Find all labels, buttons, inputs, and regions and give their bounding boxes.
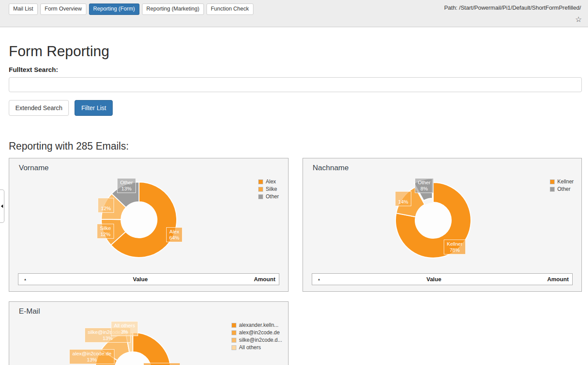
slice-label-box: Alex64% bbox=[166, 227, 182, 242]
table-header-value[interactable]: Value bbox=[27, 276, 254, 283]
slice-label-box: alex@in2code.de13% bbox=[69, 349, 114, 364]
legend-swatch-icon bbox=[232, 338, 236, 343]
slice-label-percent: 8% bbox=[418, 186, 431, 192]
legend-label: Other bbox=[557, 186, 570, 192]
donut-chart bbox=[9, 158, 289, 292]
bookmark-star-icon[interactable]: ☆ bbox=[575, 16, 582, 23]
slice-label-name: Alex bbox=[169, 229, 179, 235]
page-title: Form Reporting bbox=[9, 43, 582, 60]
chart-legend: KellnerOther bbox=[550, 179, 574, 192]
legend-label: silke@in2code.d... bbox=[239, 337, 282, 343]
table-header-amount[interactable]: Amount bbox=[547, 276, 569, 283]
legend-swatch-icon bbox=[550, 187, 555, 192]
legend-swatch-icon bbox=[232, 323, 236, 328]
module-header: Mail List Form Overview Reporting (Form)… bbox=[0, 0, 588, 27]
slice-label-box bbox=[143, 363, 180, 365]
legend-item-Silke[interactable]: Silke bbox=[258, 186, 279, 192]
legend-label: alex@in2code.de bbox=[239, 329, 280, 336]
table-header-amount[interactable]: Amount bbox=[254, 276, 275, 283]
slice-label-name bbox=[101, 199, 111, 205]
chart-title-nachname: Nachname bbox=[313, 164, 349, 172]
search-buttons-row: Extended Search Filter List bbox=[9, 100, 582, 116]
legend-item-alexander.kelln...[interactable]: alexander.kelln... bbox=[232, 322, 282, 328]
legend-item-Other[interactable]: Other bbox=[550, 186, 574, 192]
legend-swatch-icon bbox=[258, 194, 263, 199]
slice-label-box: All others3% bbox=[111, 321, 138, 336]
breadcrumb-path: Path: /Start/Powermail/Pi1/Default/Short… bbox=[444, 4, 581, 11]
slice-label-percent: 13% bbox=[88, 335, 128, 341]
tab-function-check[interactable]: Function Check bbox=[207, 4, 253, 15]
donut-hole bbox=[416, 203, 451, 238]
slice-label-box: 14% bbox=[395, 191, 411, 206]
legend-swatch-icon bbox=[258, 179, 263, 184]
slice-label-percent: 12% bbox=[101, 205, 111, 211]
result-table-header: ▲ Value Amount bbox=[18, 273, 279, 285]
fulltext-search-label: Fulltext Search: bbox=[9, 66, 582, 73]
chart-legend: AlexSilkeOther bbox=[258, 179, 279, 200]
slice-label-box: Other8% bbox=[415, 178, 434, 193]
legend-swatch-icon bbox=[550, 179, 555, 184]
slice-label-percent: 3% bbox=[114, 329, 135, 335]
slice-label-name: Other bbox=[120, 179, 133, 186]
chart-panel-email: E-Mail ▲ Value Amount silke@in2code.de13… bbox=[9, 301, 289, 365]
legend-label: Other bbox=[266, 193, 279, 200]
slice-label-box: 12% bbox=[98, 198, 114, 213]
slice-label-box: Kellner78% bbox=[444, 240, 466, 254]
legend-item-All others[interactable]: All others bbox=[232, 344, 282, 351]
chart-title-vorname: Vorname bbox=[19, 164, 49, 172]
slice-label-name: All others bbox=[114, 322, 135, 329]
legend-item-Other[interactable]: Other bbox=[258, 193, 279, 200]
collapse-left-icon bbox=[1, 204, 3, 208]
slice-label-percent: 12% bbox=[100, 231, 111, 237]
legend-swatch-icon bbox=[258, 187, 263, 192]
filter-list-button[interactable]: Filter List bbox=[75, 100, 113, 116]
tab-reporting-form[interactable]: Reporting (Form) bbox=[89, 4, 139, 15]
chart-legend: alexander.kelln...alex@in2code.desilke@i… bbox=[232, 322, 282, 351]
legend-swatch-icon bbox=[232, 330, 236, 335]
legend-item-Kellner[interactable]: Kellner bbox=[550, 179, 574, 185]
table-header-value[interactable]: Value bbox=[321, 276, 547, 283]
section-title: Reporting with 285 Emails: bbox=[9, 140, 582, 152]
slice-label-name: Other bbox=[418, 179, 431, 186]
sort-ascending-icon[interactable]: ▲ bbox=[317, 278, 321, 281]
sort-ascending-icon[interactable]: ▲ bbox=[24, 278, 27, 281]
slice-label-name: alex@in2code.de bbox=[72, 351, 111, 357]
extended-search-button[interactable]: Extended Search bbox=[9, 100, 69, 116]
tab-mail-list[interactable]: Mail List bbox=[9, 4, 38, 15]
legend-item-Alex[interactable]: Alex bbox=[258, 179, 279, 185]
slice-label-percent: 64% bbox=[169, 235, 179, 241]
donut-hole bbox=[121, 202, 157, 237]
charts-row-1: Vorname ▲ Value Amount Other13%12%Silke1… bbox=[9, 158, 582, 292]
legend-label: All others bbox=[239, 344, 261, 351]
chart-title-email: E-Mail bbox=[19, 307, 40, 316]
slice-label-box: Silke12% bbox=[97, 224, 114, 239]
tab-reporting-marketing[interactable]: Reporting (Marketing) bbox=[142, 4, 204, 15]
legend-label: Silke bbox=[266, 186, 277, 192]
legend-label: alexander.kelln... bbox=[239, 322, 278, 328]
slice-label-name: Kellner bbox=[447, 241, 463, 247]
chart-panel-nachname: Nachname ▲ Value Amount Other8%14%Kellne… bbox=[303, 158, 582, 292]
legend-item-silke@in2code.d...[interactable]: silke@in2code.d... bbox=[232, 337, 282, 343]
slice-label-percent: 14% bbox=[398, 199, 408, 205]
legend-label: Alex bbox=[266, 179, 276, 185]
legend-swatch-icon bbox=[232, 345, 236, 350]
module-tab-bar: Mail List Form Overview Reporting (Form)… bbox=[9, 4, 253, 15]
result-table-header: ▲ Value Amount bbox=[312, 273, 573, 285]
legend-label: Kellner bbox=[557, 179, 574, 185]
slice-label-percent: 13% bbox=[72, 357, 111, 363]
slice-label-percent: 13% bbox=[120, 186, 133, 192]
slice-label-name bbox=[398, 193, 408, 199]
slice-label-box: Other13% bbox=[117, 178, 136, 193]
fulltext-search-input[interactable] bbox=[9, 77, 582, 92]
legend-item-alex@in2code.de[interactable]: alex@in2code.de bbox=[232, 329, 282, 336]
chart-panel-vorname: Vorname ▲ Value Amount Other13%12%Silke1… bbox=[9, 158, 289, 292]
pagetree-collapse-handle[interactable] bbox=[0, 190, 4, 223]
slice-label-percent: 78% bbox=[447, 247, 463, 253]
tab-form-overview[interactable]: Form Overview bbox=[40, 4, 86, 15]
module-body: Form Reporting Fulltext Search: Extended… bbox=[0, 43, 588, 365]
charts-row-2: E-Mail ▲ Value Amount silke@in2code.de13… bbox=[9, 301, 582, 365]
slice-label-name: Silke bbox=[100, 225, 111, 231]
donut-chart bbox=[303, 158, 582, 292]
